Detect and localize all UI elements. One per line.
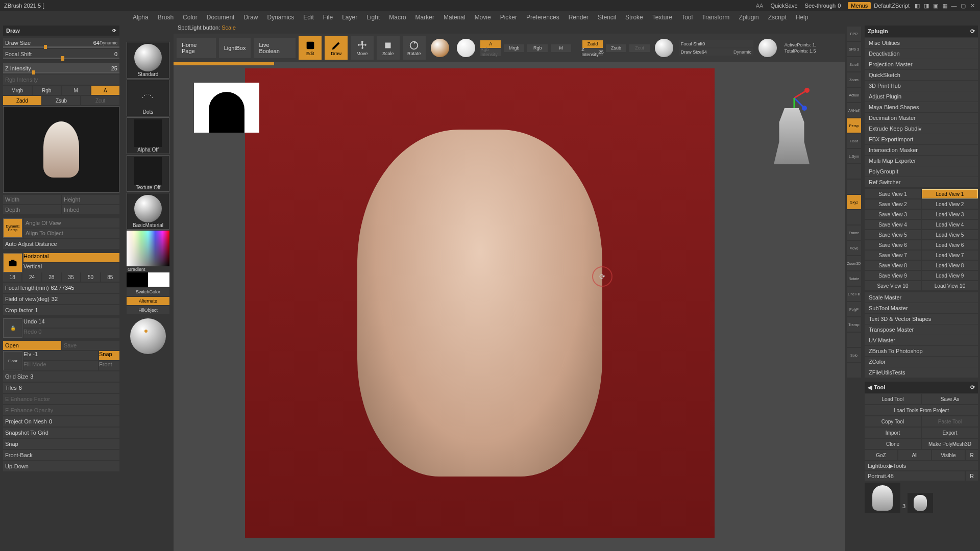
save-view-9[interactable]: Save View 9	[865, 271, 921, 280]
close-icon[interactable]: ✕	[969, 2, 976, 9]
all-button[interactable]: All	[898, 450, 931, 460]
save-view-1[interactable]: Save View 1	[865, 189, 921, 198]
load-view-1[interactable]: Load View 1	[922, 189, 978, 198]
load-view-8[interactable]: Load View 8	[922, 261, 978, 270]
menu-marker[interactable]: Marker	[415, 14, 434, 21]
minimize-icon[interactable]: —	[950, 2, 958, 9]
strip-zoom[interactable]: Zoom	[847, 72, 861, 87]
zplugin-zfileutilstests[interactable]: ZFileUtilsTests	[865, 367, 978, 378]
rgb-toggle[interactable]: Rgb	[527, 44, 548, 52]
zplugin-text-3d-&-vector-shapes[interactable]: Text 3D & Vector Shapes	[865, 314, 978, 324]
strip-gxyz[interactable]: Gxyz	[847, 195, 861, 209]
strip-zoom3d[interactable]: Zoom3D	[847, 256, 861, 270]
goz-button[interactable]: GoZ	[865, 450, 897, 460]
load-tool[interactable]: Load Tool	[865, 394, 921, 404]
load-view-9[interactable]: Load View 9	[922, 271, 978, 280]
snap-btn[interactable]: Snap	[99, 351, 119, 360]
strip-btn12[interactable]	[847, 210, 861, 224]
strip-aahalf[interactable]: AAHalf	[847, 103, 861, 117]
width-field[interactable]: Width	[3, 195, 61, 204]
zplugin-uv-master[interactable]: UV Master	[865, 335, 978, 345]
load-view-5[interactable]: Load View 5	[922, 230, 978, 239]
a-button[interactable]: A	[91, 86, 120, 95]
icon-c[interactable]: ▣	[932, 2, 939, 9]
fill-mode[interactable]: Fill Mode	[23, 361, 98, 370]
strip-polyf[interactable]: PolyF	[847, 302, 861, 316]
tool-large-thumb[interactable]	[865, 483, 900, 513]
save-view-3[interactable]: Save View 3	[865, 210, 921, 219]
sculpt-brush-preview[interactable]	[429, 36, 452, 60]
enhance-opacity[interactable]: E Enhance Opacity	[3, 405, 119, 415]
strip-btn22[interactable]	[847, 363, 861, 378]
import[interactable]: Import	[865, 428, 921, 438]
lens-24[interactable]: 24	[22, 272, 41, 282]
tiles[interactable]: Tiles6	[3, 383, 119, 393]
menu-movie[interactable]: Movie	[475, 14, 491, 21]
menu-edit[interactable]: Edit	[303, 14, 314, 21]
strip-btn9[interactable]	[847, 164, 861, 179]
zplugin-maya-blend-shapes[interactable]: Maya Blend Shapes	[865, 102, 978, 112]
menu-brush[interactable]: Brush	[158, 14, 174, 21]
load-view-3[interactable]: Load View 3	[922, 210, 978, 219]
save-view-2[interactable]: Save View 2	[865, 199, 921, 209]
load-view-6[interactable]: Load View 6	[922, 240, 978, 249]
save-as[interactable]: Save As	[922, 394, 978, 404]
strip-persp[interactable]: Persp	[847, 118, 861, 133]
auto-adjust-distance[interactable]: Auto Adjust Distance	[3, 239, 119, 249]
rgb-button[interactable]: Rgb	[33, 86, 61, 95]
zplugin-zcolor[interactable]: ZColor	[865, 357, 978, 367]
save-view-8[interactable]: Save View 8	[865, 261, 921, 270]
zcut-button[interactable]: Zcut	[81, 96, 119, 105]
z-intensity-slider[interactable]: Z Intensity25	[3, 63, 119, 73]
shade-ball[interactable]	[130, 318, 166, 354]
size-preview[interactable]	[756, 36, 779, 60]
rgb-intensity-slider[interactable]: Rgb Intensity	[3, 74, 119, 85]
strip-move[interactable]: Move	[847, 241, 861, 255]
m-toggle[interactable]: M	[551, 44, 571, 52]
quicksave-button[interactable]: QuickSave	[770, 3, 797, 9]
focal-draw-sliders[interactable]: Focal Shift 0 Draw Size 64Dynamic	[679, 36, 753, 60]
crop-factor[interactable]: Crop factor1	[3, 305, 119, 315]
smooth-brush-preview[interactable]	[454, 36, 477, 60]
lens-50[interactable]: 50	[81, 272, 100, 282]
menu-layer[interactable]: Layer	[342, 14, 357, 21]
visible-button[interactable]: Visible	[932, 450, 965, 460]
menu-light[interactable]: Light	[366, 14, 380, 21]
front-back[interactable]: Front-Back	[3, 450, 119, 460]
zplugin-multi-map-exporter[interactable]: Multi Map Exporter	[865, 156, 978, 166]
menu-help[interactable]: Help	[796, 14, 808, 21]
load-view-10[interactable]: Load View 10	[922, 281, 978, 290]
zplugin-quicksketch[interactable]: QuickSketch	[865, 70, 978, 80]
zplugin-intersection-masker[interactable]: Intersection Masker	[865, 145, 978, 155]
tool-small-thumb[interactable]	[908, 493, 933, 513]
vertical-button[interactable]: Vertical	[23, 263, 119, 272]
mrgb-button[interactable]: Mrgb	[3, 86, 32, 95]
brush-selector[interactable]: Standard	[127, 42, 169, 79]
undo-button[interactable]: Undo 14	[23, 318, 119, 328]
menu-stencil[interactable]: Stencil	[598, 14, 616, 21]
field-of-view[interactable]: Field of view(deg)32	[3, 294, 119, 304]
save-view-4[interactable]: Save View 4	[865, 220, 921, 229]
strip-rotate[interactable]: Rotate	[847, 271, 861, 286]
grid-size[interactable]: Grid Size3	[3, 371, 119, 382]
menus-toggle[interactable]: Menus	[848, 2, 871, 9]
strip-line-fill[interactable]: Line Fill	[847, 287, 861, 301]
zadd-button[interactable]: Zadd	[3, 96, 41, 105]
rgbint-mini[interactable]: Rgb Intensity	[480, 48, 501, 56]
angle-of-view[interactable]: Angle Of View	[23, 218, 119, 228]
aa-toggle[interactable]: AA	[756, 3, 764, 9]
save-view-5[interactable]: Save View 5	[865, 230, 921, 239]
menu-stroke[interactable]: Stroke	[625, 14, 643, 21]
dynamic-preview[interactable]	[653, 36, 676, 60]
zplugin-projection-master[interactable]: Projection Master	[865, 59, 978, 69]
zcut-toggle[interactable]: Zcut	[629, 44, 650, 52]
material-selector[interactable]: BasicMaterial	[127, 193, 169, 230]
strip-solo[interactable]: Solo	[847, 348, 861, 362]
refresh-icon[interactable]: ⟳	[970, 28, 975, 35]
save-view-6[interactable]: Save View 6	[865, 240, 921, 249]
tool-header[interactable]: ◀Tool⟳	[865, 382, 978, 393]
zplugin-adjust-plugin[interactable]: Adjust Plugin	[865, 91, 978, 102]
edit-mode-icon[interactable]: Edit	[299, 36, 322, 60]
zplugin-misc-utilities[interactable]: Misc Utilities	[865, 38, 978, 48]
zplugin-polygroupit[interactable]: PolyGroupIt	[865, 166, 978, 177]
